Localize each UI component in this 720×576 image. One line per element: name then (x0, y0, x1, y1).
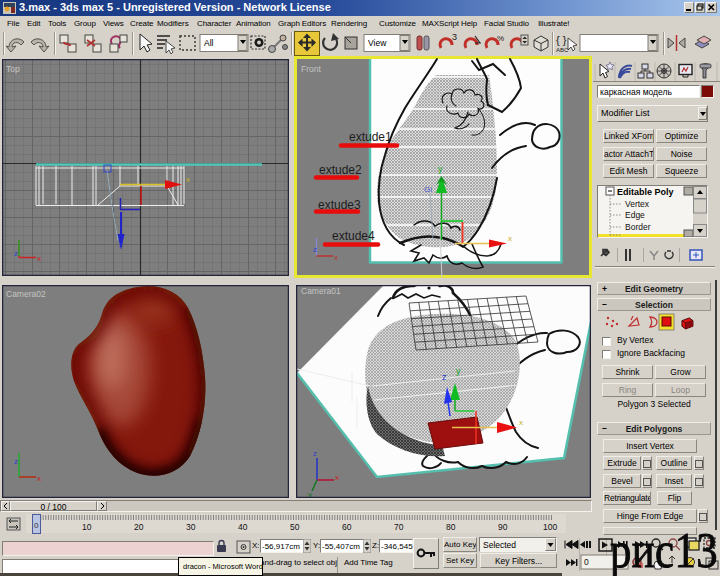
svg-text:extude4: extude4 (332, 229, 375, 243)
svg-text:x: x (519, 418, 523, 427)
svg-text:Editable Poly: Editable Poly (617, 187, 674, 197)
svg-text:ABC: ABC (556, 47, 569, 53)
svg-text:Vertex: Vertex (625, 199, 650, 209)
svg-text:z: z (313, 245, 317, 254)
svg-text:x: x (334, 253, 338, 262)
svg-text:70: 70 (394, 522, 404, 532)
svg-text:Edge: Edge (625, 210, 645, 220)
svg-text:z: z (14, 457, 18, 466)
svg-text:20: 20 (134, 522, 144, 532)
svg-text:%: % (497, 34, 504, 43)
svg-text:x: x (37, 254, 41, 263)
svg-text:z: z (119, 240, 123, 249)
svg-text:x: x (508, 234, 512, 243)
svg-text:z: z (442, 372, 447, 382)
svg-text:y: y (456, 366, 461, 376)
svg-text:y: y (438, 164, 443, 174)
svg-text:0: 0 (584, 557, 589, 567)
svg-text:Gi: Gi (424, 185, 432, 194)
svg-text:Camera01: Camera01 (301, 286, 341, 296)
svg-text:Border: Border (625, 222, 651, 232)
svg-text:60: 60 (342, 522, 352, 532)
svg-text:z: z (313, 449, 317, 458)
svg-text:10: 10 (82, 522, 92, 532)
svg-text:50: 50 (290, 522, 300, 532)
svg-text:x: x (335, 473, 339, 482)
svg-text:80: 80 (446, 522, 456, 532)
svg-text:Front: Front (301, 64, 321, 74)
svg-text:View: View (368, 38, 387, 48)
svg-text:0: 0 (34, 521, 39, 530)
svg-text:90: 90 (498, 522, 508, 532)
svg-text:30: 30 (186, 522, 196, 532)
svg-text:x: x (37, 474, 41, 483)
svg-text:Top: Top (6, 64, 20, 74)
svg-text:{ }: { } (556, 34, 567, 46)
svg-text:extude1: extude1 (349, 130, 392, 144)
svg-text:z: z (14, 249, 18, 258)
svg-text:x: x (186, 175, 190, 184)
svg-text:Camera02: Camera02 (6, 289, 46, 299)
svg-text:100: 100 (543, 522, 557, 532)
svg-text:3: 3 (452, 32, 457, 42)
svg-text:extude2: extude2 (319, 163, 362, 177)
svg-text:40: 40 (238, 522, 248, 532)
svg-text:All: All (204, 38, 214, 48)
